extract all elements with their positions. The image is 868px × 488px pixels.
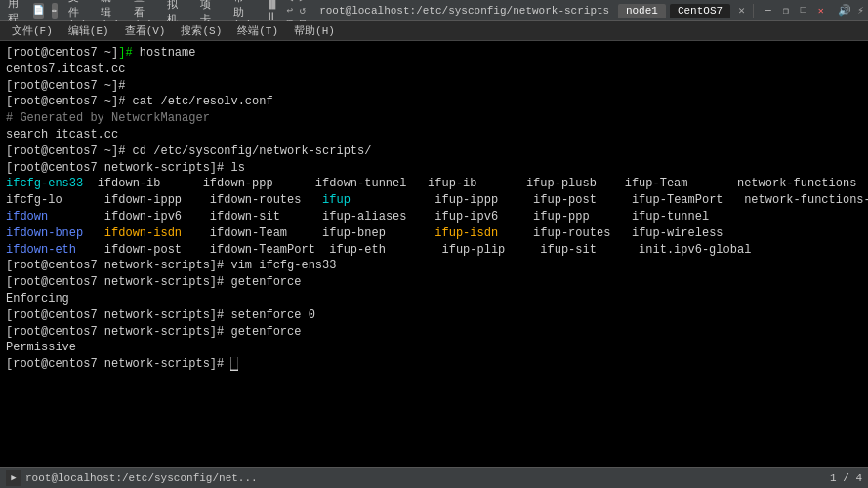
line-1: [root@centos7 ~]]# hostname — [6, 45, 862, 61]
restore-button[interactable]: ❐ — [779, 4, 793, 18]
line-7: [root@centos7 ~]# cd /etc/sysconfig/netw… — [6, 143, 862, 160]
line-14: Permissive — [6, 340, 862, 356]
terminal-status-icon: ▶ — [6, 470, 21, 486]
menu-bar: 文件(F) 编辑(E) 查看(V) 搜索(S) 终端(T) 帮助(H) — [0, 21, 868, 41]
tab-close[interactable]: ✕ — [738, 4, 745, 17]
line-15: [root@centos7 network-scripts]# █ — [6, 356, 862, 373]
line-4: [root@centos7 ~]# cat /etc/resolv.conf — [6, 94, 862, 110]
line-3: [root@centos7 ~]# — [6, 78, 862, 95]
view-menu[interactable]: 查看(V) — [117, 22, 174, 39]
edit-menu[interactable]: 编辑(E) — [61, 22, 117, 39]
status-bar: ▶ root@localhost:/etc/sysconfig/net... 1… — [0, 467, 868, 488]
page-info: 1 / 4 — [830, 472, 862, 484]
line-8: [root@centos7 network-scripts]# ls — [6, 160, 862, 177]
close-button[interactable]: ✕ — [814, 4, 828, 18]
centos7-tab[interactable]: CentOS7 — [670, 4, 730, 18]
line-12: [root@centos7 network-scripts]# setenfor… — [6, 307, 862, 324]
line-13: [root@centos7 network-scripts]# getenfor… — [6, 324, 862, 341]
window-title: root@localhost:/etc/sysconfig/network-sc… — [319, 5, 609, 17]
taskbar-icon-file[interactable]: 📄 — [33, 3, 44, 19]
line-ls3: ifdown ifdown-ipv6 ifdown-sit ifup-alias… — [6, 209, 862, 225]
line-5: # Generated by NetworkManager — [6, 110, 862, 127]
search-menu[interactable]: 搜索(S) — [173, 22, 229, 39]
status-right: 1 / 4 — [830, 472, 862, 484]
line-ls2: ifcfg-lo ifdown-ippp ifdown-routes ifup … — [6, 192, 862, 209]
line-6: search itcast.cc — [6, 127, 862, 143]
minimize-button[interactable]: — — [762, 4, 775, 18]
line-ls5: ifdown-eth ifdown-post ifdown-TeamPort i… — [6, 242, 862, 259]
line-ls4: ifdown-bnep ifdown-isdn ifdown-Team ifup… — [6, 225, 862, 242]
line-9: [root@centos7 network-scripts]# vim ifcf… — [6, 258, 862, 274]
terminal-menu[interactable]: 终端(T) — [229, 22, 286, 39]
system-bar: 应用程序 📄 ✏ 文件(F) 编辑(E) 查看(V) 虚拟机(M) 选项卡(T)… — [0, 0, 868, 21]
file-menu[interactable]: 文件(F) — [4, 22, 61, 39]
taskbar-icon-edit[interactable]: ✏ — [52, 3, 57, 19]
line-10: [root@centos7 network-scripts]# getenfor… — [6, 274, 862, 291]
line-2: centos7.itcast.cc — [6, 61, 862, 78]
status-left: ▶ root@localhost:/etc/sysconfig/net... — [6, 470, 258, 486]
status-terminal-label: root@localhost:/etc/sysconfig/net... — [25, 472, 258, 484]
line-11: Enforcing — [6, 291, 862, 307]
maximize-button[interactable]: □ — [797, 4, 810, 18]
system-bar-right: node1 CentOS7 ✕ — ❐ □ ✕ 🔊 ⚡ — [618, 4, 864, 18]
system-bar-center: root@localhost:/etc/sysconfig/network-sc… — [310, 5, 617, 17]
terminal[interactable]: [root@centos7 ~]]# hostname centos7.itca… — [0, 41, 868, 467]
line-ls1: ifcfg-ens33 ifdown-ib ifdown-ppp ifdown-… — [6, 176, 862, 192]
node1-tab[interactable]: node1 — [618, 4, 666, 18]
help-menu[interactable]: 帮助(H) — [286, 22, 343, 39]
